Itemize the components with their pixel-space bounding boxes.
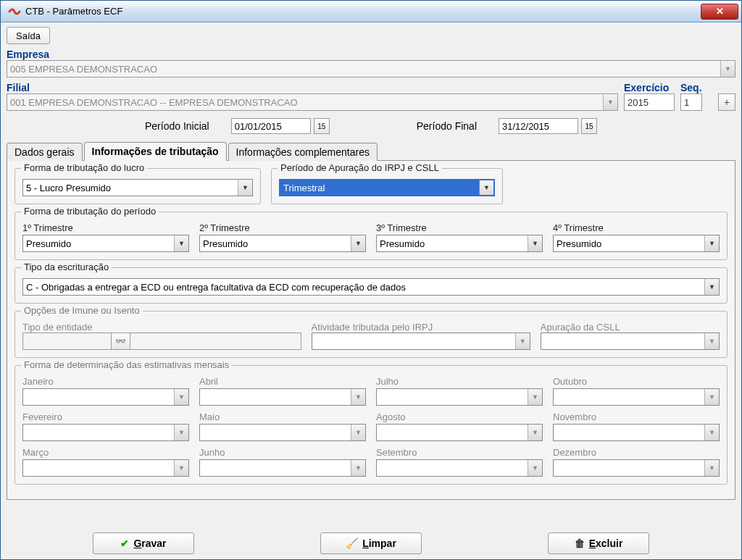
- footer-actions: ✔ Gravar 🧹 Limpar 🗑 Excluir: [1, 532, 741, 554]
- q4-select[interactable]: Presumido ▼: [553, 235, 720, 252]
- saida-button[interactable]: Saída: [7, 27, 50, 44]
- gravar-button[interactable]: ✔ Gravar: [93, 532, 194, 554]
- month-label-out: Outubro: [553, 376, 720, 387]
- tab-informacoes-tributacao[interactable]: Informações de tributação: [84, 142, 227, 161]
- empresa-value: 005 EMPRESA DEMONSTRACAO: [10, 64, 157, 75]
- chevron-down-icon: ▼: [174, 425, 188, 440]
- chevron-down-icon: ▼: [238, 180, 252, 196]
- broom-icon: 🧹: [346, 538, 358, 549]
- month-select-fev: ▼: [22, 424, 189, 441]
- calendar-icon[interactable]: 15: [314, 118, 330, 134]
- filial-label: Filial: [7, 82, 618, 93]
- q2-select[interactable]: Presumido ▼: [199, 235, 366, 252]
- month-select-jan: ▼: [22, 388, 189, 406]
- check-icon: ✔: [120, 538, 129, 549]
- toolbar: Saída: [7, 27, 735, 44]
- atividade-irpj-select: ▼: [312, 333, 530, 350]
- tipo-entidade-label: Tipo de entidade: [22, 322, 92, 333]
- month-label-dez: Dezembro: [553, 447, 720, 458]
- periodo-inicial-input[interactable]: 01/01/2015: [231, 118, 311, 134]
- filial-combo[interactable]: 001 EMPRESA DEMONSTRACAO -- EMPRESA DEMO…: [7, 93, 618, 111]
- titlebar: CTB - Parâmetros ECF ✕: [1, 1, 741, 22]
- grp-tipo-escrituracao: Tipo da escrituração C - Obrigadas a ent…: [14, 267, 728, 304]
- trash-icon: 🗑: [575, 538, 585, 549]
- window-title: CTB - Parâmetros ECF: [25, 6, 122, 17]
- empresa-combo[interactable]: 005 EMPRESA DEMONSTRACAO ▼: [7, 60, 735, 78]
- close-icon: ✕: [716, 6, 724, 17]
- chevron-down-icon: ▼: [351, 460, 365, 476]
- month-label-nov: Novembro: [553, 411, 720, 422]
- grp-legend: Forma de determinação das estimativas me…: [21, 359, 232, 370]
- month-label-jun: Junho: [199, 447, 366, 458]
- chevron-down-icon: ▼: [704, 279, 719, 295]
- month-label-jan: Janeiro: [22, 376, 189, 387]
- q1-select[interactable]: Presumido ▼: [22, 235, 189, 252]
- month-label-set: Setembro: [376, 447, 543, 458]
- chevron-down-icon: ▼: [720, 61, 735, 77]
- tipo-entidade-input: [22, 333, 112, 350]
- chevron-down-icon: ▼: [174, 389, 188, 405]
- chevron-down-icon: ▼: [351, 389, 365, 405]
- grp-legend: Tipo da escrituração: [21, 262, 112, 272]
- chevron-down-icon: ▼: [704, 425, 719, 440]
- chevron-down-icon: ▼: [351, 425, 365, 440]
- chevron-down-icon: ▼: [174, 460, 188, 476]
- chevron-down-icon: ▼: [603, 94, 617, 110]
- periodo-final-label: Período Final: [417, 120, 477, 132]
- periodo-apuracao-select[interactable]: Trimestral ▼: [279, 179, 495, 196]
- grp-forma-tributacao-periodo: Forma de tributação do período 1º Trimes…: [14, 212, 728, 260]
- limpar-button[interactable]: 🧹 Limpar: [320, 532, 422, 554]
- month-label-jul: Julho: [376, 376, 543, 387]
- binoculars-icon: 👓: [112, 333, 130, 350]
- q3-select[interactable]: Presumido ▼: [376, 235, 543, 252]
- tabstrip: Dados gerais Informações de tributação I…: [7, 141, 735, 161]
- month-label-fev: Fevereiro: [22, 411, 189, 422]
- app-window: CTB - Parâmetros ECF ✕ Saída Empresa 005…: [0, 0, 742, 560]
- grp-legend: Período de Apuração do IRPJ e CSLL: [278, 162, 442, 173]
- exercicio-input[interactable]: 2015: [624, 93, 675, 111]
- chevron-down-icon: ▼: [528, 389, 542, 405]
- seq-add-button[interactable]: +: [718, 93, 735, 111]
- periodo-final-input[interactable]: 31/12/2015: [499, 118, 578, 134]
- atividade-irpj-label: Atividade tributada pelo IRPJ: [312, 322, 433, 333]
- month-select-set: ▼: [376, 459, 543, 477]
- q4-label: 4º Trimestre: [553, 222, 720, 233]
- q3-label: 3º Trimestre: [376, 222, 543, 233]
- exercicio-label: Exercício: [624, 82, 675, 93]
- chevron-down-icon: ▼: [479, 180, 493, 195]
- month-select-jun: ▼: [199, 459, 366, 477]
- month-label-mai: Maio: [199, 411, 366, 422]
- tipo-escrituracao-select[interactable]: C - Obrigadas a entregar a ECD ou entreg…: [22, 278, 720, 296]
- app-icon: [8, 5, 21, 18]
- grp-opcoes-imune-isento: Opções de Imune ou Isento Tipo de entida…: [14, 311, 728, 358]
- filial-value: 001 EMPRESA DEMONSTRACAO -- EMPRESA DEMO…: [10, 97, 298, 108]
- tab-dados-gerais[interactable]: Dados gerais: [7, 143, 83, 161]
- month-select-mai: ▼: [199, 424, 366, 441]
- excluir-button[interactable]: 🗑 Excluir: [548, 532, 649, 554]
- content-area: Saída Empresa 005 EMPRESA DEMONSTRACAO ▼…: [1, 22, 741, 559]
- month-select-dez: ▼: [553, 459, 720, 477]
- chevron-down-icon: ▼: [704, 333, 719, 349]
- tipo-entidade-desc: [130, 333, 301, 350]
- forma-lucro-select[interactable]: 5 - Lucro Presumido ▼: [22, 179, 253, 196]
- month-select-out: ▼: [553, 388, 720, 406]
- month-select-mar: ▼: [22, 459, 189, 477]
- month-select-ago: ▼: [376, 424, 543, 441]
- periodo-row: Período Inicial 01/01/2015 15 Período Fi…: [7, 118, 735, 134]
- month-label-ago: Agosto: [376, 411, 543, 422]
- grp-forma-tributacao-lucro: Forma de tributação do lucro 5 - Lucro P…: [14, 168, 261, 204]
- chevron-down-icon: ▼: [704, 460, 719, 476]
- seq-label: Seq.: [680, 82, 712, 93]
- chevron-down-icon: ▼: [528, 460, 542, 476]
- q2-label: 2º Trimestre: [199, 222, 366, 233]
- tab-informacoes-complementares[interactable]: Informações complementares: [228, 143, 378, 161]
- chevron-down-icon: ▼: [351, 235, 365, 251]
- calendar-icon[interactable]: 15: [581, 118, 597, 134]
- chevron-down-icon: ▼: [704, 235, 719, 251]
- periodo-inicial-label: Período Inicial: [145, 120, 209, 132]
- grp-estimativas-mensais: Forma de determinação das estimativas me…: [14, 365, 728, 485]
- apuracao-csll-label: Apuração da CSLL: [541, 322, 620, 333]
- close-button[interactable]: ✕: [701, 4, 738, 20]
- empresa-label: Empresa: [7, 49, 735, 60]
- seq-input[interactable]: 1: [680, 93, 702, 111]
